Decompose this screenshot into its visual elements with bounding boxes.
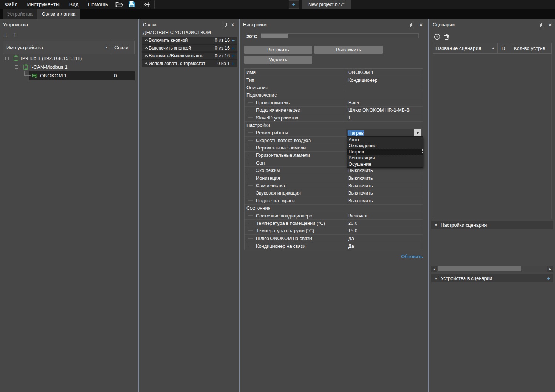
scenario-column-header-название-сценария[interactable]: Название сценария▲ xyxy=(433,43,498,54)
property-row[interactable]: SlaveID устройства1 xyxy=(245,114,423,121)
add-link-icon[interactable]: + xyxy=(231,60,235,67)
property-value[interactable]: 20.0 xyxy=(346,220,423,227)
property-value[interactable]: Кондиционер xyxy=(346,76,423,83)
float-panel-icon[interactable] xyxy=(539,22,545,27)
scroll-left-icon[interactable]: ◂ xyxy=(431,266,437,272)
dropdown-arrow-icon[interactable] xyxy=(414,129,421,136)
tab-inactive[interactable]: Устройства xyxy=(3,9,37,19)
property-value[interactable]: Выключить xyxy=(346,182,423,189)
property-value[interactable]: Выключить xyxy=(346,174,423,181)
property-row[interactable]: Подключение черезШлюз ONOKOM HR-1-MB-B xyxy=(245,107,423,114)
tree-row-device[interactable]: I-CAN-Modbus 1 xyxy=(3,63,135,72)
panel-splitter[interactable] xyxy=(428,19,429,392)
property-row[interactable]: Кондиционер на связиДа xyxy=(245,242,423,250)
float-panel-icon[interactable] xyxy=(222,22,227,27)
scenario-column-header-id[interactable]: ID xyxy=(498,43,511,54)
save-icon[interactable] xyxy=(125,0,138,9)
property-row[interactable]: СамоочисткаВыключить xyxy=(245,182,423,189)
property-value[interactable]: Включен xyxy=(346,212,423,219)
temperature-slider[interactable] xyxy=(261,33,419,38)
horizontal-scrollbar[interactable]: ◂ ▸ xyxy=(431,266,553,272)
new-project-tab-button[interactable]: + xyxy=(289,0,299,9)
tab-active[interactable]: Связи и логика xyxy=(37,9,80,19)
tree-collapse-toggle[interactable] xyxy=(15,65,18,69)
close-panel-icon[interactable]: × xyxy=(418,22,424,27)
scroll-right-icon[interactable]: ▸ xyxy=(547,266,553,272)
menu-item-файл[interactable]: Файл xyxy=(0,0,22,9)
delete-button[interactable]: Удалить xyxy=(244,56,312,64)
property-row[interactable]: Шлюз ONOKOM на связиДа xyxy=(245,235,423,242)
scenario-column-header-кол-во-устр-в[interactable]: Кол-во устр-в xyxy=(511,43,552,54)
delete-scenario-trash-icon[interactable] xyxy=(444,34,450,40)
property-value[interactable]: Выключить xyxy=(346,189,423,196)
add-link-icon[interactable]: + xyxy=(231,37,235,44)
column-header-device-name[interactable]: Имя устройства ▲ xyxy=(3,41,111,54)
move-down-icon[interactable]: ↓ xyxy=(2,31,10,38)
property-value[interactable]: Нагрев xyxy=(346,129,423,136)
chevron-up-icon[interactable] xyxy=(144,39,149,41)
property-value[interactable]: 1 xyxy=(346,114,423,121)
panel-splitter[interactable] xyxy=(138,19,139,392)
device-action-row[interactable]: Включить кнопкой0 из 16+ xyxy=(142,37,237,44)
dropdown-option[interactable]: Вентиляция xyxy=(347,155,423,161)
refresh-link[interactable]: Обновить xyxy=(401,254,423,259)
turn-on-button[interactable]: Включить xyxy=(244,46,312,54)
property-row[interactable]: ИонизацияВыключить xyxy=(245,174,423,182)
turn-off-button[interactable]: Выключить xyxy=(314,46,383,54)
property-value[interactable]: 15.0 xyxy=(346,227,423,234)
open-folder-icon[interactable] xyxy=(113,0,125,9)
menu-item-вид[interactable]: Вид xyxy=(64,0,83,9)
tree-row-device[interactable]: IP-Hub 1 (192.168.151.111) xyxy=(3,54,135,63)
chevron-up-icon[interactable] xyxy=(144,55,149,57)
float-panel-icon[interactable] xyxy=(410,22,415,27)
dropdown-option[interactable]: Осушение xyxy=(347,161,423,167)
scrollbar-thumb[interactable] xyxy=(438,266,521,271)
property-row[interactable]: Описание xyxy=(245,84,423,91)
property-value[interactable]: Выключить xyxy=(346,167,423,174)
property-row[interactable]: ТипКондиционер xyxy=(245,76,423,84)
add-device-to-scenario-icon[interactable]: + xyxy=(547,275,550,281)
dropdown-option[interactable]: Авто xyxy=(347,137,423,143)
property-row[interactable]: Температура в помещении (°C)20.0 xyxy=(245,220,423,227)
add-link-icon[interactable]: + xyxy=(231,45,235,51)
property-value[interactable]: ONOKOM 1 xyxy=(346,69,423,76)
property-row[interactable]: Звуковая индикацияВыключить xyxy=(245,189,423,197)
property-value[interactable] xyxy=(346,84,423,91)
property-row[interactable]: ПроизводительHaier xyxy=(245,99,423,107)
property-value[interactable]: Шлюз ONOKOM HR-1-MB-B xyxy=(346,107,423,114)
move-up-icon[interactable]: ↑ xyxy=(11,31,18,38)
chevron-up-icon[interactable] xyxy=(144,62,149,65)
property-value[interactable]: Да xyxy=(346,235,423,242)
menu-item-помощь[interactable]: Помощь xyxy=(83,0,113,9)
property-row[interactable]: Состояние кондиционераВключен xyxy=(245,212,423,219)
add-link-icon[interactable]: + xyxy=(231,53,235,59)
property-row[interactable]: Подсветка экранаВыключить xyxy=(245,197,423,205)
property-row[interactable]: Режим работыНагрев xyxy=(245,129,423,136)
property-value[interactable]: Да xyxy=(346,242,423,250)
tree-row-device[interactable]: ONOKOM 10 xyxy=(3,71,135,80)
device-action-row[interactable]: Выключить кнопкой0 из 16+ xyxy=(142,44,237,52)
close-panel-icon[interactable]: × xyxy=(230,22,235,27)
column-header-links[interactable]: Связи xyxy=(111,41,135,54)
scrollbar-track[interactable] xyxy=(437,266,547,272)
property-row[interactable]: Эко режимВыключить xyxy=(245,167,423,174)
chevron-up-icon[interactable] xyxy=(144,47,149,49)
scenario-devices-section[interactable]: ▾ Устройства в сценарии + xyxy=(431,274,553,282)
settings-gear-icon[interactable] xyxy=(141,0,153,9)
device-action-row[interactable]: Включить/Выключить кнс0 из 16+ xyxy=(142,52,237,60)
dropdown-option[interactable]: Нагрев xyxy=(347,149,423,155)
property-row[interactable]: ИмяONOKOM 1 xyxy=(245,69,423,76)
property-value[interactable]: Haier xyxy=(346,99,423,106)
menu-item-инструменты[interactable]: Инструменты xyxy=(22,0,64,9)
scenario-settings-section[interactable]: ▾ Настройки сценария xyxy=(431,221,553,229)
project-tab[interactable]: New project.b77* xyxy=(302,0,352,9)
close-panel-icon[interactable]: × xyxy=(548,22,553,27)
tree-collapse-toggle[interactable] xyxy=(5,57,9,60)
add-scenario-icon[interactable] xyxy=(434,34,440,40)
dropdown-option[interactable]: Охлаждение xyxy=(347,143,423,149)
scenarios-table-body[interactable] xyxy=(433,54,552,219)
property-value[interactable]: Выключить xyxy=(346,197,423,204)
property-row[interactable]: Температура снаружи (°C)15.0 xyxy=(245,227,423,234)
mode-select-combobox[interactable]: Нагрев xyxy=(346,129,421,136)
device-action-row[interactable]: Использовать с термостат0 из 1+ xyxy=(142,60,237,67)
